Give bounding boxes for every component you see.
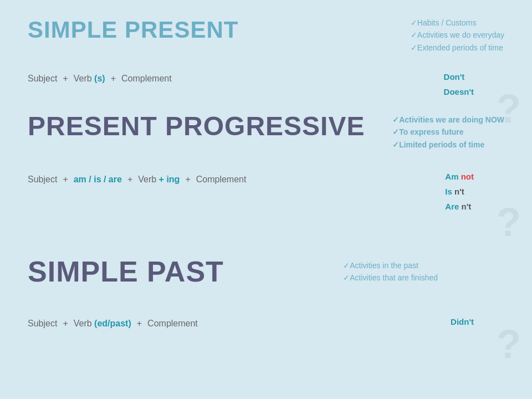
pp-neg-am: Am not [445, 169, 474, 184]
simple-present-uses: ✓Habits / Customs ✓Activities we do ever… [411, 17, 504, 54]
present-progressive-section: PRESENT PROGRESSIVE ✓Activities we are d… [28, 111, 504, 185]
simple-past-section: SIMPLE PAST ✓Activities in the past ✓Act… [28, 255, 504, 329]
sp-plus2: + [111, 74, 116, 84]
pp-verb-ing: Verb + ing [138, 175, 180, 185]
pp-plus2: + [127, 175, 132, 185]
page: SIMPLE PRESENT ✓Habits / Customs ✓Activi… [0, 0, 532, 399]
question-mark-3: ? [497, 321, 521, 367]
spt-use-1: ✓Activities in the past [343, 259, 438, 272]
simple-present-use-2: ✓Activities we do everyday [411, 29, 504, 41]
simple-present-formula: Subject + Verb (s) + Complement [28, 74, 504, 84]
sp-neg-doesnt: Doesn't [444, 84, 474, 99]
pp-use-3: ✓Limited periods of time [392, 139, 504, 151]
sp-subject: Subject [28, 74, 57, 84]
sp-neg-dont: Don't [444, 69, 474, 84]
spt-subject: Subject [28, 319, 57, 329]
simple-present-negation: Don't Doesn't [444, 69, 474, 99]
simple-past-uses: ✓Activities in the past ✓Activities that… [343, 259, 438, 284]
pp-am-is-are: am / is / are [74, 175, 122, 185]
present-progressive-uses: ✓Activities we are doing NOW ✓To express… [392, 114, 504, 151]
pp-plus3: + [185, 175, 190, 185]
question-mark-2: ? [497, 200, 521, 245]
spt-verb: Verb (ed/past) [74, 319, 131, 329]
present-progressive-negation: Am not Is n't Are n't [445, 169, 474, 214]
spt-plus1: + [63, 319, 68, 329]
spt-complement: Complement [147, 319, 198, 329]
sp-plus1: + [63, 74, 68, 84]
pp-use-1: ✓Activities we are doing NOW [392, 114, 504, 126]
pp-subject: Subject [28, 175, 57, 185]
pp-complement: Complement [196, 175, 247, 185]
simple-past-negation: Didn't [451, 314, 474, 329]
spt-plus2: + [137, 319, 142, 329]
sp-complement: Complement [121, 74, 172, 84]
simple-present-use-3: ✓Extended periods of time [411, 42, 504, 54]
spt-use-2: ✓Activities that are finished [343, 272, 438, 284]
simple-present-use-1: ✓Habits / Customs [411, 17, 504, 29]
pp-plus1: + [63, 175, 68, 185]
sp-verb: Verb (s) [74, 74, 105, 84]
pp-neg-are: Are n't [445, 199, 474, 214]
present-progressive-formula: Subject + am / is / are + Verb + ing + C… [28, 175, 504, 185]
pp-use-2: ✓To express future [392, 126, 504, 138]
simple-past-formula: Subject + Verb (ed/past) + Complement [28, 319, 504, 329]
simple-present-section: SIMPLE PRESENT ✓Habits / Customs ✓Activi… [28, 17, 504, 84]
spt-neg-didnt: Didn't [451, 314, 474, 329]
pp-neg-is: Is n't [445, 184, 474, 199]
